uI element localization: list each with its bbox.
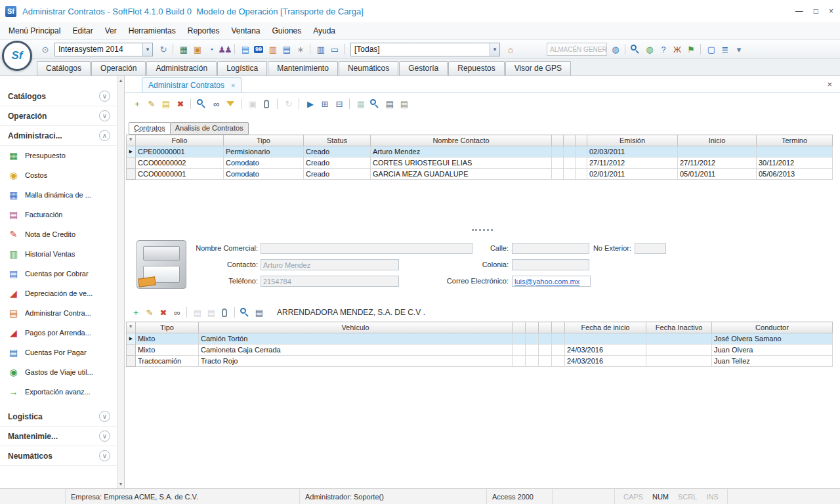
- delete-record-icon[interactable]: ✖: [173, 97, 186, 110]
- table-cell[interactable]: [576, 146, 587, 158]
- table-cell[interactable]: [646, 333, 712, 345]
- sidebar-item-gastos-de-viaje-util[interactable]: ◉Gastos de Viaje util...: [0, 362, 117, 382]
- table-cell[interactable]: Juan Tellez: [712, 356, 833, 367]
- sidebar-group-mantenimie[interactable]: Mantenimie...∨: [0, 427, 117, 446]
- table-cell[interactable]: [539, 333, 552, 345]
- bank-icon[interactable]: ▦: [177, 43, 190, 56]
- globe-icon[interactable]: ◍: [608, 43, 621, 56]
- search-icon[interactable]: [195, 97, 208, 110]
- column-header-status[interactable]: Status: [304, 135, 371, 146]
- table-cell[interactable]: CORTES URIOSTEGUI ELIAS: [371, 158, 552, 169]
- edit-record-icon[interactable]: ✎: [144, 97, 158, 110]
- print-icon[interactable]: ▤: [383, 97, 396, 110]
- phonebook-icon[interactable]: ▥: [266, 43, 279, 56]
- column-header-fecha-de-inicio[interactable]: Fecha de inicio: [565, 322, 646, 333]
- module-tab-operacion[interactable]: Operación: [91, 61, 146, 75]
- table-cell[interactable]: CCO00000002: [136, 158, 224, 169]
- menu-item-ayuda[interactable]: Ayuda: [307, 24, 341, 38]
- add-record-icon[interactable]: +: [130, 97, 143, 110]
- table-cell[interactable]: Creado: [304, 169, 371, 180]
- module-tab-administracion[interactable]: Administración: [146, 61, 217, 75]
- monitor-icon[interactable]: ▭: [327, 43, 341, 56]
- table-cell[interactable]: Mixto: [136, 333, 199, 345]
- calle-input[interactable]: [512, 243, 589, 254]
- table-cell[interactable]: 02/03/2011: [587, 146, 678, 158]
- sidebar-item-cuentas-por-pagar[interactable]: ▤Cuentas Por Pagar: [0, 343, 117, 362]
- report-icon[interactable]: ▤: [280, 43, 293, 56]
- table-cell[interactable]: [576, 158, 587, 169]
- table-cell[interactable]: 27/11/2012: [587, 158, 678, 169]
- warehouse-input[interactable]: ALMACÉN GENERAL: [547, 43, 607, 56]
- sidebar-item-pagos-por-arrenda[interactable]: ◢Pagos por Arrenda...: [0, 323, 117, 343]
- table-cell[interactable]: 05/01/2011: [678, 169, 757, 180]
- module-tab-visor-de-gps[interactable]: Visor de GPS: [505, 61, 571, 75]
- column-header[interactable]: [552, 135, 564, 146]
- splitter-handle-icon[interactable]: [472, 229, 493, 231]
- column-header-inicio[interactable]: Inicio: [678, 135, 757, 146]
- table-cell[interactable]: 24/03/2016: [565, 345, 646, 356]
- bug-icon[interactable]: Ж: [670, 43, 683, 56]
- table-cell[interactable]: 05/06/2013: [757, 169, 833, 180]
- module-tab-logistica[interactable]: Logística: [217, 61, 267, 75]
- copy-record-icon[interactable]: ▤: [159, 97, 172, 110]
- table-cell[interactable]: [678, 146, 757, 158]
- module-tab-repuestos[interactable]: Repuestos: [448, 61, 504, 75]
- add-record-icon[interactable]: +: [129, 306, 142, 319]
- sidebar-item-cuentas-por-cobrar[interactable]: ▤Cuentas por Cobrar: [0, 264, 117, 284]
- menu-item-herramientas[interactable]: Herramientas: [123, 24, 182, 38]
- gear-icon[interactable]: ∗: [293, 43, 306, 56]
- globe-green-icon[interactable]: ◍: [642, 43, 656, 56]
- table-row[interactable]: MixtoCamioneta Caja Cerrada24/03/2016Jua…: [127, 345, 833, 356]
- home-icon[interactable]: ⌂: [503, 43, 516, 56]
- table-cell[interactable]: [552, 356, 565, 367]
- column-header[interactable]: [513, 322, 526, 333]
- books-icon[interactable]: ≣: [718, 43, 731, 56]
- chevron-down-icon[interactable]: ▾: [142, 43, 152, 56]
- table-cell[interactable]: Camioneta Caja Cerrada: [199, 345, 513, 356]
- table-cell[interactable]: [513, 333, 526, 345]
- column-header-vehiculo[interactable]: Vehículo: [199, 322, 513, 333]
- module-tab-mantenimiento[interactable]: Mantenimiento: [268, 61, 338, 75]
- table-cell[interactable]: [757, 146, 833, 158]
- column-header[interactable]: [539, 322, 552, 333]
- table-cell[interactable]: Mixto: [136, 345, 199, 356]
- print-icon[interactable]: ▤: [252, 306, 265, 319]
- table-cell[interactable]: Comodato: [224, 158, 304, 169]
- column-header-termino[interactable]: Termino: [757, 135, 833, 146]
- column-header-nombre-contacto[interactable]: Nombre Contacto: [371, 135, 552, 146]
- toolbar-overflow-icon[interactable]: ▾: [732, 43, 745, 56]
- menu-item-ver[interactable]: Ver: [99, 24, 123, 38]
- sidebar-item-historial-ventas[interactable]: ▥Historial Ventas: [0, 244, 117, 264]
- filter-icon[interactable]: [224, 97, 237, 110]
- table-cell[interactable]: [539, 345, 552, 356]
- menu-item-reportes[interactable]: Reportes: [182, 24, 226, 38]
- sidebar-group-logistica[interactable]: Logistica∨: [0, 407, 117, 427]
- sidebar-item-administrar-contra[interactable]: ▤Administrar Contra...: [0, 303, 117, 323]
- sidebar-item-nota-de-credito[interactable]: ✎Nota de Credito: [0, 224, 117, 244]
- close-tab-icon[interactable]: ×: [231, 81, 235, 89]
- table-cell[interactable]: 24/03/2016: [565, 356, 646, 367]
- column-header-folio[interactable]: Folio: [136, 135, 224, 146]
- sidebar-group-catalogos[interactable]: Catálogos∨: [0, 87, 117, 106]
- table-cell[interactable]: [564, 146, 576, 158]
- sub-tab-analisis-de-contratos[interactable]: Analisis de Contratos: [170, 122, 249, 135]
- column-header[interactable]: [564, 135, 576, 146]
- table-cell[interactable]: CCO00000001: [136, 169, 224, 180]
- chevron-down-icon[interactable]: ∨: [99, 110, 110, 121]
- table-row[interactable]: CCO00000001ComodatoCreadoGARCIA MEZA GUA…: [127, 169, 833, 180]
- table-cell[interactable]: Camión Tortón: [199, 333, 513, 345]
- table-cell[interactable]: [552, 146, 564, 158]
- sidebar-item-malla-dinamica-de[interactable]: ▦Malla dinámica de ...: [0, 185, 117, 205]
- delete-record-icon[interactable]: ✖: [156, 306, 169, 319]
- execute-icon[interactable]: ▶: [303, 97, 316, 110]
- table-cell[interactable]: José Olvera Samano: [712, 333, 833, 345]
- chevron-down-icon[interactable]: ▾: [490, 43, 499, 56]
- badge-99-icon[interactable]: 99: [252, 43, 265, 56]
- minimize-button[interactable]: —: [795, 7, 803, 16]
- no-exterior-input[interactable]: [635, 243, 666, 254]
- search-document-icon[interactable]: [629, 43, 642, 56]
- attachment-icon[interactable]: [260, 97, 273, 110]
- row-selector[interactable]: [127, 158, 136, 169]
- print-setup-icon[interactable]: ▤: [397, 97, 410, 110]
- table-cell[interactable]: [552, 345, 565, 356]
